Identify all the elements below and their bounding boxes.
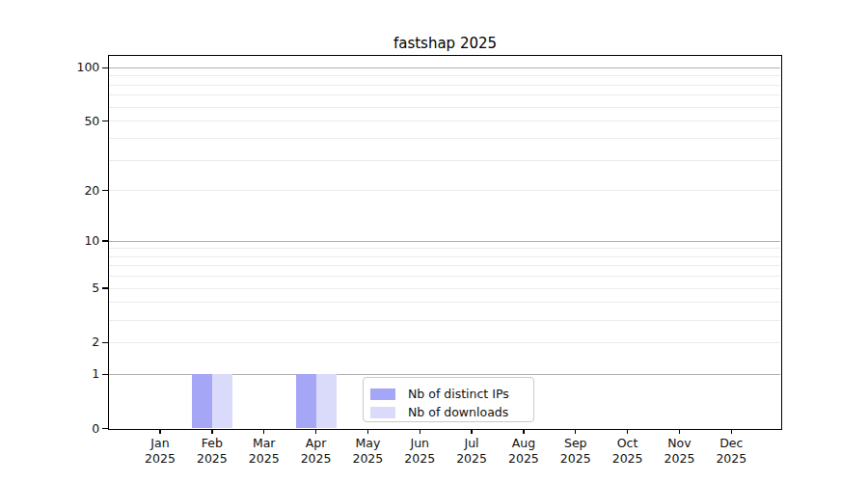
y-tickmark-1 [102, 374, 109, 375]
x-tickmark-jul-2025 [471, 429, 472, 435]
x-tickmark-oct-2025 [627, 429, 628, 435]
y-minor-gridline-40 [109, 138, 780, 139]
y-tick-label-0: 0 [38, 421, 99, 437]
legend-item-downloads: Nb of downloads [370, 403, 533, 421]
x-tick-label-year: 2025 [700, 451, 762, 467]
y-tick-label-5: 5 [38, 281, 99, 296]
legend-swatch-downloads [370, 407, 395, 418]
x-tickmark-sep-2025 [575, 429, 576, 435]
legend-label-distinct-ips: Nb of distinct IPs [408, 387, 509, 401]
y-minor-gridline-50 [109, 120, 780, 121]
bar-nb-of-downloads-apr-2025 [316, 374, 337, 428]
y-minor-gridline-2 [109, 342, 780, 343]
chart-title: fastshap 2025 [109, 35, 781, 52]
x-tickmark-dec-2025 [731, 429, 732, 435]
y-tick-label-2: 2 [38, 335, 99, 350]
y-minor-gridline-60 [109, 107, 780, 108]
legend-label-downloads: Nb of downloads [408, 405, 508, 419]
y-minor-gridline-8 [109, 256, 780, 257]
y-tick-label-1: 1 [38, 366, 99, 382]
y-tickmark-5 [102, 287, 109, 288]
y-tickmark-20 [102, 190, 109, 191]
y-tick-label-50: 50 [38, 114, 99, 129]
y-tickmark-50 [102, 120, 109, 121]
y-minor-gridline-90 [109, 75, 780, 76]
bar-nb-of-distinct-ips-apr-2025 [296, 374, 316, 428]
y-minor-gridline-30 [109, 160, 780, 161]
y-tickmark-0 [102, 428, 109, 429]
y-minor-gridline-3 [109, 320, 780, 321]
y-tickmark-10 [102, 240, 109, 241]
x-tickmark-mar-2025 [263, 429, 264, 435]
y-tickmark-2 [102, 342, 109, 343]
y-minor-gridline-6 [109, 276, 780, 277]
y-minor-gridline-20 [109, 190, 780, 191]
y-minor-gridline-80 [109, 85, 780, 86]
x-tickmark-may-2025 [367, 429, 368, 435]
y-minor-gridline-7 [109, 265, 780, 266]
y-major-gridline-100 [109, 67, 780, 68]
x-tickmark-feb-2025 [211, 429, 212, 435]
bar-nb-of-downloads-feb-2025 [212, 374, 232, 428]
x-tickmark-nov-2025 [679, 429, 680, 435]
y-tick-label-10: 10 [38, 233, 99, 249]
x-tickmark-jan-2025 [159, 429, 160, 435]
y-tick-label-100: 100 [38, 60, 99, 75]
legend-item-distinct-ips: Nb of distinct IPs [370, 385, 533, 403]
y-minor-gridline-9 [109, 248, 780, 249]
x-tick-label-month: Dec [700, 436, 762, 451]
y-minor-gridline-4 [109, 302, 780, 303]
x-tick-label-dec-2025: Dec2025 [700, 436, 762, 468]
x-tickmark-jun-2025 [420, 429, 420, 435]
chart-figure: fastshap 2025 Nb of distinct IPs Nb of d… [0, 0, 868, 482]
y-tick-label-20: 20 [38, 183, 99, 199]
y-major-gridline-10 [109, 241, 780, 242]
y-minor-gridline-5 [109, 288, 780, 289]
legend-swatch-distinct-ips [370, 388, 395, 400]
y-minor-gridline-70 [109, 94, 780, 95]
y-tickmark-100 [102, 67, 109, 68]
legend: Nb of distinct IPs Nb of downloads [363, 377, 534, 423]
x-tickmark-aug-2025 [523, 429, 524, 435]
bar-nb-of-distinct-ips-feb-2025 [192, 374, 212, 428]
x-tickmark-apr-2025 [315, 429, 316, 435]
